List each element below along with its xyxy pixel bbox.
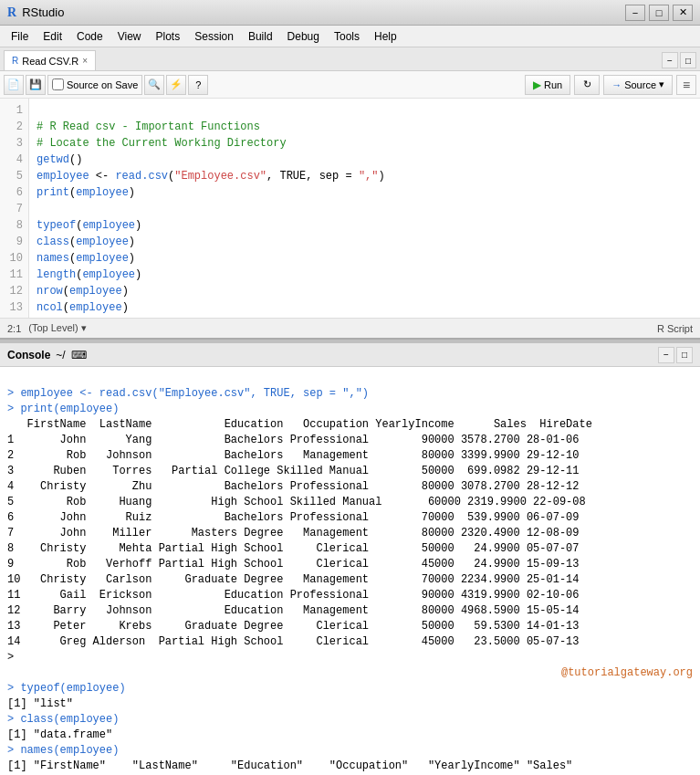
new-file-button[interactable]: 📄: [4, 75, 24, 95]
line-number: 2: [0, 119, 23, 135]
source-arrow-icon: →: [611, 79, 622, 90]
line-number: 4: [0, 152, 23, 168]
console-wrapper: Console ~/ ⌨ − □ > employee <- read.csv(…: [0, 343, 700, 775]
tab-close-button[interactable]: ×: [82, 56, 88, 66]
console-header-right: − □: [658, 347, 693, 363]
app-icon: R: [7, 5, 16, 20]
minimize-button[interactable]: −: [625, 5, 645, 21]
console-maximize-button[interactable]: □: [676, 347, 693, 363]
menu-edit[interactable]: Edit: [36, 28, 69, 45]
scope-dropdown-icon[interactable]: ▾: [81, 322, 87, 333]
toolbar-right: ▶ Run ↻ → Source ▾ ≡: [525, 75, 696, 95]
console-output[interactable]: > employee <- read.csv("Employee.csv", T…: [0, 367, 700, 775]
title-bar-left: R RStudio: [7, 5, 64, 20]
lines-menu-button[interactable]: ≡: [676, 75, 696, 95]
maximize-button[interactable]: □: [649, 5, 669, 21]
cursor-position: 2:1: [7, 323, 21, 334]
re-run-button[interactable]: ↻: [574, 75, 600, 95]
app-title: RStudio: [22, 5, 64, 19]
source-on-save-container: Source on Save: [47, 75, 142, 95]
close-button[interactable]: ✕: [673, 5, 693, 21]
editor-maximize-button[interactable]: □: [680, 52, 696, 68]
menu-tools[interactable]: Tools: [327, 28, 367, 45]
line-number: 12: [0, 283, 23, 299]
title-bar-controls: − □ ✕: [625, 5, 693, 21]
editor-minimize-button[interactable]: −: [662, 52, 678, 68]
line-number: 8: [0, 217, 23, 234]
line-number: 3: [0, 135, 23, 152]
menu-bar: File Edit Code View Plots Session Build …: [0, 26, 700, 47]
line-number: 1: [0, 102, 23, 119]
menu-help[interactable]: Help: [367, 28, 404, 45]
run-arrow-icon: ▶: [533, 79, 541, 91]
console-header: Console ~/ ⌨ − □: [0, 343, 700, 367]
tab-bar-right: − □: [662, 52, 696, 70]
menu-code[interactable]: Code: [69, 28, 110, 45]
code-area: 1 2 3 4 5 6 7 8 9 10 11 12 13 # R Read c…: [0, 99, 700, 318]
search-button[interactable]: 🔍: [144, 75, 164, 95]
file-type: R Script: [657, 323, 693, 334]
editor-toolbar: 📄 💾 Source on Save 🔍 ⚡ ? ▶ Run ↻ → So: [0, 71, 700, 99]
editor-status-bar: 2:1 (Top Level) ▾ R Script: [0, 318, 700, 338]
line-number: 11: [0, 267, 23, 283]
editor-panel: R Read CSV.R × − □ 📄 💾 Source on Save 🔍: [0, 47, 700, 340]
source-dropdown-icon[interactable]: ▾: [659, 79, 664, 90]
console-minimize-button[interactable]: −: [658, 347, 674, 363]
toolbar-left: 📄 💾 Source on Save 🔍 ⚡ ?: [4, 75, 208, 95]
menu-plots[interactable]: Plots: [149, 28, 188, 45]
line-number: 10: [0, 250, 23, 267]
line-number: 9: [0, 234, 23, 250]
source-on-save-checkbox[interactable]: [52, 79, 64, 90]
run-button[interactable]: ▶ Run: [525, 75, 570, 95]
line-number: 5: [0, 168, 23, 184]
wand-button[interactable]: ⚡: [166, 75, 186, 95]
save-button[interactable]: 💾: [26, 75, 46, 95]
console-header-left: Console ~/ ⌨: [7, 349, 87, 361]
menu-build[interactable]: Build: [241, 28, 280, 45]
line-numbers: 1 2 3 4 5 6 7 8 9 10 11 12 13: [0, 99, 29, 318]
menu-view[interactable]: View: [110, 28, 149, 45]
console-terminal-icon: ⌨: [71, 349, 87, 361]
menu-file[interactable]: File: [4, 28, 36, 45]
line-number: 7: [0, 201, 23, 217]
console-panel: Console ~/ ⌨ − □ > employee <- read.csv(…: [0, 343, 700, 775]
tab-r-icon: R: [12, 56, 18, 66]
main-panels: R Read CSV.R × − □ 📄 💾 Source on Save 🔍: [0, 47, 700, 775]
menu-session[interactable]: Session: [187, 28, 241, 45]
menu-debug[interactable]: Debug: [280, 28, 327, 45]
source-label: Source: [624, 79, 656, 90]
console-path: ~/: [56, 349, 65, 361]
scope-level: (Top Level) ▾: [28, 322, 86, 334]
console-label: Console: [7, 349, 50, 361]
source-on-save-label: Source on Save: [67, 79, 138, 90]
code-editor[interactable]: # R Read csv - Important Functions # Loc…: [29, 99, 700, 318]
editor-tab[interactable]: R Read CSV.R ×: [4, 50, 96, 70]
line-number: 6: [0, 184, 23, 201]
help-button[interactable]: ?: [188, 75, 208, 95]
status-left: 2:1 (Top Level) ▾: [7, 322, 87, 334]
source-button[interactable]: → Source ▾: [603, 75, 673, 95]
editor-tab-bar: R Read CSV.R × − □: [0, 47, 700, 71]
tab-label: Read CSV.R: [22, 56, 78, 67]
line-number: 13: [0, 299, 23, 316]
title-bar: R RStudio − □ ✕: [0, 0, 700, 26]
run-label: Run: [544, 79, 562, 90]
